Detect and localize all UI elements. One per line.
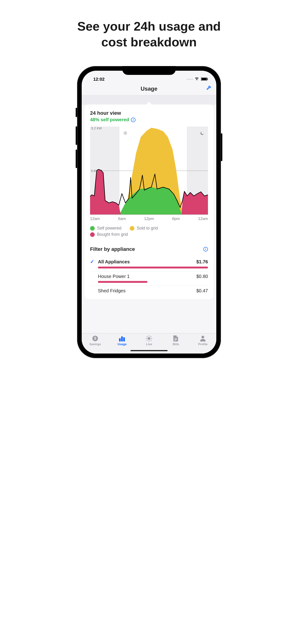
promo-title: See your 24h usage and cost breakdown [68,18,230,50]
info-icon[interactable]: i [131,118,136,122]
legend-self-powered: Self powered [90,226,121,231]
appliance-list: ✓ All Appliances $1.76 House Power 1 $0.… [90,256,208,294]
info-icon[interactable]: i [203,247,208,252]
appliance-row-all[interactable]: ✓ All Appliances $1.76 [90,256,208,272]
x-tick: 6am [118,216,126,221]
screen: 12:02 Usage [82,71,216,354]
x-tick: 12pm [144,216,154,221]
svg-rect-16 [123,337,125,342]
tab-live[interactable]: Live [140,335,158,346]
usage-chart[interactable]: 3.2 kW 1.6 kW 0 kW [90,126,208,215]
chart-svg [90,126,208,214]
signal-dots-icon [187,79,193,80]
appliance-cost: $0.47 [196,288,208,294]
usage-bar [98,281,147,283]
x-tick: 12am [90,216,100,221]
tab-usage[interactable]: Usage [113,335,131,346]
side-button [76,108,77,117]
card-title: 24 hour view [90,110,208,116]
settings-button[interactable] [206,85,212,92]
tab-label: Bills [173,342,179,346]
battery-icon [201,77,208,82]
tab-label: Savings [89,342,101,346]
status-time: 12:02 [90,77,105,82]
appliance-name: House Power 1 [98,274,196,279]
status-right [187,77,208,82]
tab-label: Usage [117,342,127,346]
tab-bills[interactable]: Bills [167,335,185,346]
nav-header: Usage [82,82,216,95]
svg-rect-2 [207,78,208,80]
legend-sold-to-grid: Sold to grid [130,226,158,231]
filter-title: Filter by appliance [90,246,135,252]
check-icon: ✓ [90,259,98,265]
svg-rect-28 [174,340,176,340]
x-tick: 12am [198,216,208,221]
chart-legend: Self powered Sold to grid Bought from gr… [90,226,208,237]
appliance-row-house-power-1[interactable]: House Power 1 $0.80 [90,272,208,286]
tab-savings[interactable]: $ Savings [86,335,104,346]
side-button [76,150,77,168]
appliance-name: Shed Fridges [98,288,196,294]
svg-rect-15 [121,336,123,342]
svg-rect-27 [174,339,177,340]
appliance-name: All Appliances [98,259,196,264]
self-powered-text: 48% self powered [90,117,129,122]
tab-label: Live [146,342,152,346]
content-area: 24 hour view 48% self powered i [82,95,216,333]
usage-bar [98,266,208,268]
doc-icon [173,335,178,342]
self-powered-label: 48% self powered i [90,117,208,122]
svg-rect-1 [201,78,207,80]
appliance-cost: $0.80 [196,274,208,279]
svg-rect-26 [174,338,177,339]
bar-chart-icon [119,335,125,342]
appliance-row-shed-fridges[interactable]: Shed Fridges $0.47 [90,286,208,294]
svg-text:$: $ [94,336,96,340]
home-indicator[interactable] [130,350,168,351]
svg-line-22 [147,336,147,337]
side-button [221,133,222,161]
x-tick: 6pm [172,216,180,221]
legend-bought-from-grid: Bought from grid [90,232,128,237]
page-title: Usage [141,86,157,92]
status-bar: 12:02 [82,71,216,82]
x-axis-ticks: 12am 6am 12pm 6pm 12am [90,216,208,221]
appliance-cost: $1.76 [196,259,208,264]
svg-line-25 [151,336,151,337]
svg-point-17 [148,337,150,340]
sun-icon [146,335,152,342]
phone-frame: 12:02 Usage [77,66,221,358]
side-button [76,126,77,145]
dollar-circle-icon: $ [92,335,98,342]
tab-profile[interactable]: Profile [194,335,212,346]
svg-line-24 [147,340,147,340]
usage-card: 24 hour view 48% self powered i [85,104,213,299]
tab-label: Profile [198,342,207,346]
svg-point-29 [201,336,204,338]
filter-header: Filter by appliance i [90,246,208,252]
svg-line-23 [151,340,151,340]
person-icon [200,335,206,342]
wifi-icon [194,77,199,82]
svg-rect-14 [119,338,121,342]
